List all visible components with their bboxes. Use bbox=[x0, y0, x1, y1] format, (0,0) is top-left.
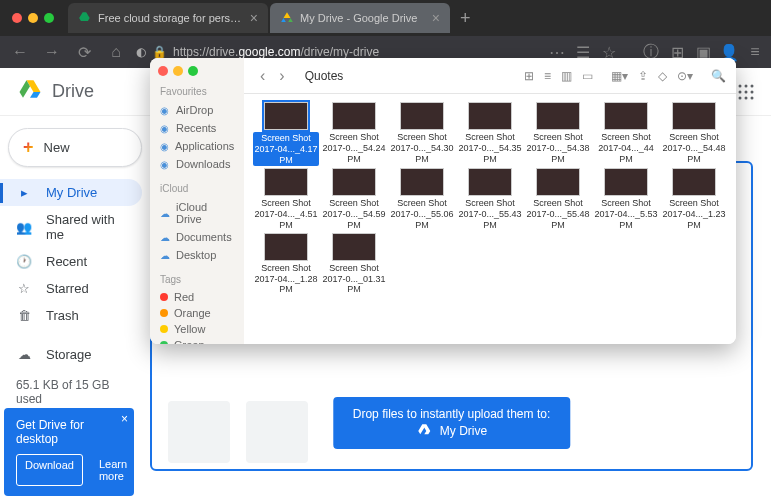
file-thumb bbox=[332, 102, 376, 130]
nav-item-my-drive[interactable]: ▸My Drive bbox=[0, 179, 142, 206]
folder-icon: ☁ bbox=[160, 250, 170, 261]
browser-tab-1[interactable]: Free cloud storage for person... × bbox=[68, 3, 268, 33]
view-icon-grid-icon[interactable]: ⊞ bbox=[524, 69, 534, 83]
new-button[interactable]: + New bbox=[8, 128, 142, 167]
tab-title: My Drive - Google Drive bbox=[300, 12, 426, 24]
finder-icloud-desktop[interactable]: ☁Desktop bbox=[150, 246, 244, 264]
file-label: Screen Shot2017-0..._55.06 PM bbox=[389, 198, 455, 230]
close-tab-icon[interactable]: × bbox=[250, 10, 258, 26]
drop-banner: Drop files to instantly upload them to: … bbox=[333, 397, 570, 449]
forward-button[interactable]: → bbox=[40, 40, 64, 64]
home-button[interactable]: ⌂ bbox=[104, 40, 128, 64]
nav-item-trash[interactable]: 🗑Trash bbox=[0, 302, 142, 329]
nav-item-shared-with-me[interactable]: 👥Shared with me bbox=[0, 206, 142, 248]
finder-icloud-documents[interactable]: ☁Documents bbox=[150, 228, 244, 246]
drop-text: Drop files to instantly upload them to: bbox=[353, 407, 550, 421]
close-window-icon[interactable] bbox=[12, 13, 22, 23]
apps-grid-icon[interactable] bbox=[737, 83, 755, 101]
file-label: Screen Shot2017-04..._44 PM bbox=[593, 132, 659, 164]
reload-button[interactable]: ⟳ bbox=[72, 40, 96, 64]
finder-fav-downloads[interactable]: ◉Downloads bbox=[150, 155, 244, 173]
finder-file-item[interactable]: Screen Shot2017-0..._54.35 PM bbox=[456, 102, 524, 166]
drive-mini-icon bbox=[416, 423, 432, 439]
finder-fav-airdrop[interactable]: ◉AirDrop bbox=[150, 101, 244, 119]
search-icon[interactable]: 🔍 bbox=[711, 69, 726, 83]
minimize-window-icon[interactable] bbox=[28, 13, 38, 23]
svg-point-5 bbox=[751, 90, 754, 93]
finder-file-item[interactable]: Screen Shot2017-0..._01.31 PM bbox=[320, 233, 388, 295]
tab-title: Free cloud storage for person... bbox=[98, 12, 244, 24]
drive-logo[interactable]: Drive bbox=[16, 78, 94, 106]
finder-file-item[interactable]: Screen Shot2017-04..._44 PM bbox=[592, 102, 660, 166]
file-label: Screen Shot2017-04..._5.53 PM bbox=[593, 198, 659, 230]
view-list-icon[interactable]: ≡ bbox=[544, 69, 551, 83]
download-button[interactable]: Download bbox=[16, 454, 83, 486]
nav-item-starred[interactable]: ☆Starred bbox=[0, 275, 142, 302]
finder-title: Quotes bbox=[305, 69, 344, 83]
finder-file-grid[interactable]: Screen Shot2017-04..._4.17 PMScreen Shot… bbox=[244, 94, 736, 344]
group-icon[interactable]: ▦▾ bbox=[611, 69, 628, 83]
finder-file-item[interactable]: Screen Shot2017-0..._54.48 PM bbox=[660, 102, 728, 166]
finder-file-item[interactable]: Screen Shot2017-0..._54.24 PM bbox=[320, 102, 388, 166]
file-thumb bbox=[536, 168, 580, 196]
svg-point-8 bbox=[751, 96, 754, 99]
finder-file-item[interactable]: Screen Shot2017-04..._1.28 PM bbox=[252, 233, 320, 295]
shield-icon: ◐ bbox=[136, 45, 146, 59]
finder-file-item[interactable]: Screen Shot2017-0..._54.59 PM bbox=[320, 168, 388, 230]
tag-label: Red bbox=[174, 291, 194, 303]
url-field[interactable]: ◐ 🔒 https://drive.google.com/drive/my-dr… bbox=[136, 45, 541, 59]
finder-back-icon[interactable]: ‹ bbox=[254, 65, 271, 87]
storage-used: 65.1 KB of 15 GB used bbox=[16, 378, 134, 406]
finder-file-item[interactable]: Screen Shot2017-04..._4.17 PM bbox=[252, 102, 320, 166]
finder-file-item[interactable]: Screen Shot2017-0..._54.30 PM bbox=[388, 102, 456, 166]
finder-file-item[interactable]: Screen Shot2017-04..._5.53 PM bbox=[592, 168, 660, 230]
storage-label: Storage bbox=[46, 347, 92, 362]
finder-file-item[interactable]: Screen Shot2017-0..._55.06 PM bbox=[388, 168, 456, 230]
finder-zoom-icon[interactable] bbox=[188, 66, 198, 76]
close-tab-icon[interactable]: × bbox=[432, 10, 440, 26]
finder-file-item[interactable]: Screen Shot2017-04..._1.23 PM bbox=[660, 168, 728, 230]
view-gallery-icon[interactable]: ▭ bbox=[582, 69, 593, 83]
nav-item-recent[interactable]: 🕐Recent bbox=[0, 248, 142, 275]
finder-forward-icon[interactable]: › bbox=[273, 65, 290, 87]
finder-tag-red[interactable]: Red bbox=[150, 289, 244, 305]
finder-file-item[interactable]: Screen Shot2017-0..._55.43 PM bbox=[456, 168, 524, 230]
tag-color-icon bbox=[160, 325, 168, 333]
file-label: Screen Shot2017-04..._1.28 PM bbox=[253, 263, 319, 295]
finder-fav-applications[interactable]: ◉Applications bbox=[150, 137, 244, 155]
storage-nav[interactable]: ☁ Storage bbox=[0, 341, 142, 368]
file-thumb bbox=[400, 102, 444, 130]
file-thumb bbox=[536, 102, 580, 130]
card-docs[interactable] bbox=[168, 401, 230, 463]
finder-file-item[interactable]: Screen Shot2017-0..._54.38 PM bbox=[524, 102, 592, 166]
finder-tag-green[interactable]: Green bbox=[150, 337, 244, 344]
learn-more-link[interactable]: Learn more bbox=[91, 454, 135, 486]
finder-close-icon[interactable] bbox=[158, 66, 168, 76]
folder-icon: ◉ bbox=[160, 141, 169, 152]
svg-point-2 bbox=[751, 84, 754, 87]
finder-file-item[interactable]: Screen Shot2017-04..._4.51 PM bbox=[252, 168, 320, 230]
action-icon[interactable]: ⊙▾ bbox=[677, 69, 693, 83]
browser-tab-2[interactable]: My Drive - Google Drive × bbox=[270, 3, 450, 33]
finder-tag-orange[interactable]: Orange bbox=[150, 305, 244, 321]
finder-file-item[interactable]: Screen Shot2017-0..._55.48 PM bbox=[524, 168, 592, 230]
tags-header: Tags bbox=[150, 270, 244, 289]
card-laptop[interactable] bbox=[246, 401, 308, 463]
view-columns-icon[interactable]: ▥ bbox=[561, 69, 572, 83]
promo-close-icon[interactable]: × bbox=[121, 412, 128, 426]
finder-icloud-icloud-drive[interactable]: ☁iCloud Drive bbox=[150, 198, 244, 228]
new-tab-button[interactable]: + bbox=[460, 8, 471, 29]
share-icon[interactable]: ⇪ bbox=[638, 69, 648, 83]
menu-icon[interactable]: ≡ bbox=[747, 44, 763, 60]
finder-minimize-icon[interactable] bbox=[173, 66, 183, 76]
nav-icon: 🗑 bbox=[16, 308, 32, 323]
file-thumb bbox=[264, 102, 308, 130]
file-label: Screen Shot2017-0..._55.43 PM bbox=[457, 198, 523, 230]
window-controls[interactable] bbox=[12, 13, 54, 23]
back-button[interactable]: ← bbox=[8, 40, 32, 64]
finder-fav-recents[interactable]: ◉Recents bbox=[150, 119, 244, 137]
tag-icon[interactable]: ◇ bbox=[658, 69, 667, 83]
drive-app-name: Drive bbox=[52, 81, 94, 102]
finder-tag-yellow[interactable]: Yellow bbox=[150, 321, 244, 337]
maximize-window-icon[interactable] bbox=[44, 13, 54, 23]
